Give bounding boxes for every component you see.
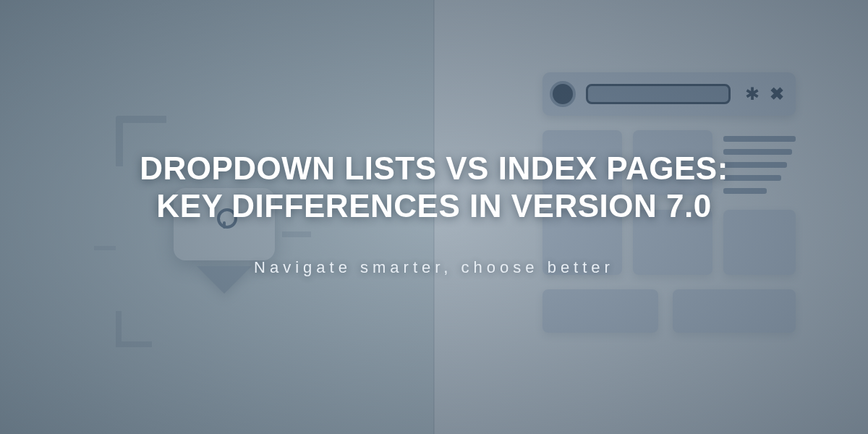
- grid-tile: [673, 289, 796, 333]
- title-line-2: KEY DIFFERENCES IN VERSION 7.0: [156, 188, 711, 224]
- hero-text: DROPDOWN LISTS VS INDEX PAGES: KEY DIFFE…: [0, 150, 868, 277]
- hero-tagline: Navigate smarter, choose better: [43, 258, 825, 277]
- bracket-decoration: [116, 311, 152, 347]
- avatar-icon: [550, 81, 576, 107]
- hero-banner: ✱ ✖ DROPDOWN LISTS VS INDEX PAGES: KEY D…: [0, 0, 868, 434]
- search-bar-illustration: [586, 84, 731, 104]
- gear-icon: ✱: [744, 85, 761, 103]
- hero-title: DROPDOWN LISTS VS INDEX PAGES: KEY DIFFE…: [43, 150, 825, 225]
- title-line-1: DROPDOWN LISTS VS INDEX PAGES:: [140, 150, 728, 186]
- toolbar-illustration: ✱ ✖: [542, 72, 796, 116]
- grid-tile: [542, 289, 658, 333]
- close-icon: ✖: [768, 85, 786, 103]
